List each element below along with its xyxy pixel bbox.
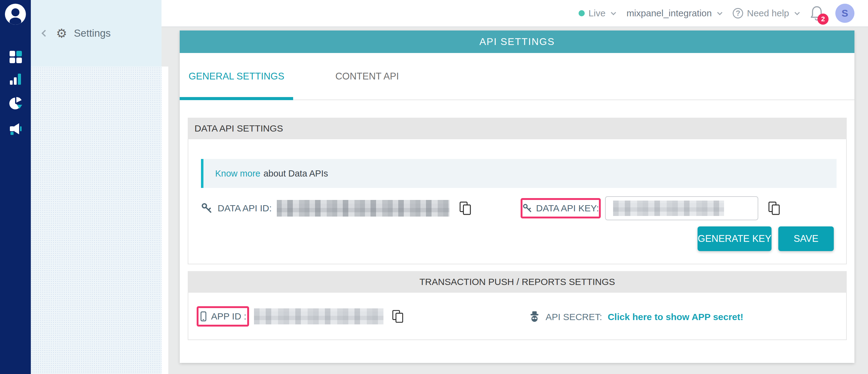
copy-icon[interactable] [392,309,404,324]
back-chevron-icon[interactable] [41,30,49,37]
bar-chart-icon[interactable] [9,72,23,86]
api-secret-label: API SECRET: [546,312,602,322]
api-secret-row: API SECRET: Click here to show APP secre… [529,307,743,327]
chevron-down-icon [611,10,616,15]
app-id-highlight-box: APP ID : [197,306,249,327]
gear-icon: ⚙ [56,27,67,39]
spy-icon [529,311,540,323]
data-api-id-label: DATA API ID: [218,203,272,213]
know-more-banner: Know more about Data APIs [201,159,837,188]
know-more-link[interactable]: Know more [215,169,260,179]
data-api-actions: GENERATE KEY SAVE [698,227,834,251]
sidebar-header: ⚙ Settings [31,0,161,67]
data-api-key-value-redacted [613,201,724,216]
need-help-dropdown[interactable]: ? Need help [733,8,798,19]
save-button[interactable]: SAVE [778,227,834,251]
data-api-key-highlight-box: DATA API KEY: [521,198,601,218]
data-api-id-value-redacted [277,200,450,216]
need-help-label: Need help [747,8,789,19]
key-icon [201,202,213,214]
help-icon: ? [733,8,743,19]
notifications-button[interactable]: 2 [810,5,824,21]
api-settings-card: API SETTINGS GENERAL SETTINGS CONTENT AP… [180,31,855,363]
tab-bar: GENERAL SETTINGS CONTENT API [180,53,855,100]
data-api-settings-header-label: DATA API SETTINGS [194,123,283,134]
brand-logo-icon[interactable] [4,3,27,25]
copy-icon[interactable] [459,201,472,216]
data-api-key-row: DATA API KEY: [521,195,781,221]
chevron-down-icon [795,10,800,15]
tab-general-settings[interactable]: GENERAL SETTINGS [180,53,293,100]
transaction-push-section: TRANSACTION PUSH / REPORTS SETTINGS APP … [188,271,847,340]
environment-dropdown[interactable]: Live [579,8,615,19]
avatar[interactable]: S [835,4,855,23]
project-dropdown[interactable]: mixpanel_integration [626,8,721,19]
page-title-bar: API SETTINGS [180,31,855,53]
megaphone-icon[interactable] [9,122,23,136]
show-app-secret-link[interactable]: Click here to show APP secret! [608,312,743,322]
data-api-settings-body: Know more about Data APIs DATA API ID: [188,139,847,264]
chevron-down-icon [717,10,722,15]
data-api-key-label: DATA API KEY: [536,203,599,213]
data-api-id-row: DATA API ID: [201,197,472,220]
live-status-dot [579,10,585,16]
copy-icon[interactable] [768,201,781,216]
data-api-settings-header: DATA API SETTINGS [188,118,847,139]
apps-grid-icon[interactable] [9,50,23,64]
phone-icon [199,311,208,321]
sidebar-title: Settings [74,27,111,39]
notification-badge: 2 [817,13,829,25]
nav-rail [0,0,31,374]
tab-content-api[interactable]: CONTENT API [315,53,420,100]
generate-key-button[interactable]: GENERATE KEY [698,227,772,251]
key-icon [523,203,532,213]
data-api-key-input[interactable] [605,196,758,220]
know-more-text: about Data APIs [264,169,328,179]
transaction-push-header-label: TRANSACTION PUSH / REPORTS SETTINGS [420,277,615,287]
transaction-push-header: TRANSACTION PUSH / REPORTS SETTINGS [188,271,847,293]
project-name: mixpanel_integration [626,8,712,19]
pie-chart-icon[interactable] [9,96,23,111]
app-id-label: APP ID : [211,311,247,321]
sidebar-scrollbar-track[interactable] [161,67,168,374]
app-id-row: APP ID : [197,306,404,327]
environment-label: Live [588,8,606,19]
top-bar: Live mixpanel_integration ? Need help 2 … [161,0,868,27]
transaction-push-body: APP ID : API SECRET: Click [188,293,847,340]
app-id-value-redacted [254,308,383,325]
data-api-settings-section: DATA API SETTINGS Know more about Data A… [188,118,847,264]
page-title: API SETTINGS [479,36,555,47]
